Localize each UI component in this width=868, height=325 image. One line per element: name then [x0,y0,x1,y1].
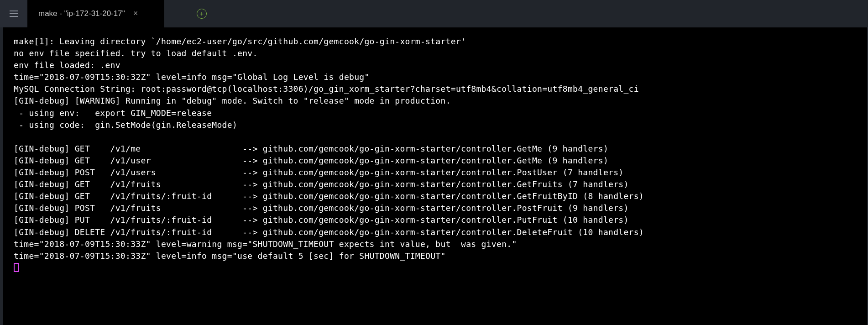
terminal-line: no env file specified. try to load defau… [14,47,856,59]
terminal-line: time="2018-07-09T15:30:32Z" level=info m… [14,71,856,83]
terminal-line: make[1]: Leaving directory `/home/ec2-us… [14,36,856,47]
terminal-line: - using env: export GIN_MODE=release [14,107,856,119]
hamburger-icon [10,10,18,17]
terminal-lines-container: make[1]: Leaving directory `/home/ec2-us… [14,36,856,262]
terminal-output[interactable]: make[1]: Leaving directory `/home/ec2-us… [0,27,868,325]
terminal-line: time="2018-07-09T15:30:33Z" level=warnin… [14,238,856,250]
terminal-line: time="2018-07-09T15:30:33Z" level=info m… [14,250,856,262]
terminal-line: [GIN-debug] GET /v1/me --> github.com/ge… [14,143,856,155]
terminal-line: - using code: gin.SetMode(gin.ReleaseMod… [14,119,856,131]
cursor [14,263,19,272]
terminal-line: MySQL Connection String: root:password@t… [14,83,856,95]
terminal-line: [GIN-debug] GET /v1/fruits/:fruit-id -->… [14,190,856,202]
terminal-line: [GIN-debug] POST /v1/fruits --> github.c… [14,202,856,214]
terminal-line: [GIN-debug] GET /v1/user --> github.com/… [14,155,856,167]
terminal-line: [GIN-debug] DELETE /v1/fruits/:fruit-id … [14,226,856,238]
plus-icon: + [197,9,207,19]
tab-title: make - "ip-172-31-20-17" [38,9,125,18]
terminal-line: [GIN-debug] [WARNING] Running in "debug"… [14,95,856,107]
close-icon[interactable]: × [133,9,138,18]
terminal-line: [GIN-debug] PUT /v1/fruits/:fruit-id -->… [14,214,856,226]
terminal-line: env file loaded: .env [14,59,856,71]
menu-button[interactable] [0,0,27,27]
terminal-line: [GIN-debug] POST /v1/users --> github.co… [14,167,856,178]
new-tab-button[interactable]: + [196,8,207,19]
terminal-tab[interactable]: make - "ip-172-31-20-17" × [27,0,164,27]
terminal-line [14,131,856,143]
top-bar: make - "ip-172-31-20-17" × + [0,0,868,27]
terminal-line: [GIN-debug] GET /v1/fruits --> github.co… [14,178,856,190]
